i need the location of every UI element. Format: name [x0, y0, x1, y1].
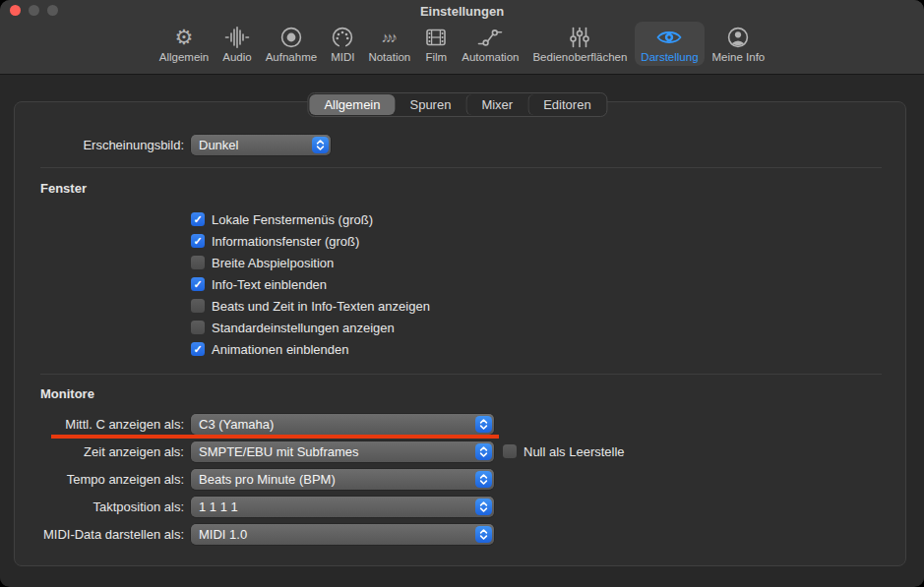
- window-title: Einstellungen: [0, 4, 924, 19]
- toolbar-item-audio[interactable]: Audio: [216, 22, 257, 66]
- up-down-chevrons-icon: [475, 499, 492, 515]
- checkbox-info-text-einblenden[interactable]: [191, 277, 205, 291]
- up-down-chevrons-icon: [475, 471, 492, 488]
- display-row-time: Zeit anzeigen als: SMPTE/EBU mit Subfram…: [15, 438, 905, 465]
- waveform-icon: [224, 25, 250, 50]
- tab-mixer[interactable]: Mixer: [465, 94, 527, 115]
- middle-c-dropdown[interactable]: C3 (Yamaha): [191, 414, 494, 435]
- checkbox-row: Lokale Fenstermenüs (groß): [191, 208, 430, 230]
- toolbar-item-automation[interactable]: Automation: [456, 22, 524, 66]
- preferences-toolbar: ⚙ Allgemein Audio: [0, 22, 924, 66]
- appearance-label: Erscheinungsbild:: [15, 138, 184, 152]
- faders-icon: [568, 25, 591, 50]
- time-display-dropdown[interactable]: SMPTE/EBU mit Subframes: [191, 441, 494, 462]
- checkbox-row: Informationsfenster (groß): [191, 230, 430, 252]
- monitore-rows: Mittl. C anzeigen als: C3 (Yamaha) Zeit …: [15, 410, 905, 548]
- display-row-middle-c: Mittl. C anzeigen als: C3 (Yamaha): [15, 410, 905, 438]
- tab-spuren[interactable]: Spuren: [395, 94, 465, 115]
- checkbox-beats-und-zeit[interactable]: [191, 299, 205, 313]
- bar-position-dropdown[interactable]: 1 1 1 1: [191, 497, 494, 517]
- toolbar-item-darstellung[interactable]: Darstellung: [635, 22, 704, 66]
- checkbox-row: Standardeinstellungen anzeigen: [191, 317, 430, 338]
- appearance-row: Erscheinungsbild: Dunkel: [15, 131, 905, 158]
- film-strip-icon: [424, 25, 448, 50]
- tab-allgemein[interactable]: Allgemein: [309, 94, 395, 115]
- automation-nodes-icon: [477, 25, 503, 50]
- tab-editoren[interactable]: Editoren: [527, 94, 605, 115]
- up-down-chevrons-icon: [312, 137, 329, 153]
- settings-panel: Erscheinungsbild: Dunkel Fenster Lokale …: [14, 101, 906, 566]
- fenster-checkbox-list: Lokale Fenstermenüs (groß) Informationsf…: [191, 208, 430, 360]
- settings-window: Einstellungen ⚙ Allgemein Audio: [0, 0, 924, 587]
- display-row-taktposition: Taktposition als: 1 1 1 1: [15, 493, 905, 520]
- toolbar-item-allgemein[interactable]: ⚙ Allgemein: [154, 22, 216, 66]
- toolbar-item-bedienoberflaechen[interactable]: Bedienoberflächen: [526, 22, 633, 66]
- checkbox-row: Breite Abspielposition: [191, 252, 430, 273]
- checkbox-row: Beats und Zeit in Info-Texten anzeigen: [191, 295, 430, 317]
- checkbox-standardeinstellungen[interactable]: [191, 321, 205, 334]
- midi-data-dropdown[interactable]: MIDI 1.0: [191, 524, 494, 545]
- tempo-display-dropdown[interactable]: Beats pro Minute (BPM): [191, 469, 494, 490]
- appearance-dropdown[interactable]: Dunkel: [191, 135, 331, 155]
- separator: [40, 374, 882, 375]
- view-tabs: Allgemein Spuren Mixer Editoren: [307, 92, 607, 117]
- up-down-chevrons-icon: [475, 443, 492, 460]
- separator: [40, 167, 882, 168]
- record-dot-icon: [279, 25, 303, 50]
- checkbox-row: Animationen einblenden: [191, 338, 430, 360]
- checkbox-informationsfenster[interactable]: [191, 234, 205, 248]
- null-als-leerstelle-group: Null als Leerstelle: [503, 444, 625, 459]
- user-circle-icon: [726, 25, 750, 50]
- music-notes-icon: ♪♪♪: [382, 25, 399, 50]
- display-row-midi-data: MIDI-Data darstellen als: MIDI 1.0: [15, 520, 905, 548]
- checkbox-breite-abspielposition[interactable]: [191, 256, 205, 269]
- section-title-monitore: Monitore: [40, 386, 94, 401]
- toolbar-item-film[interactable]: Film: [418, 22, 454, 66]
- toolbar-item-aufnahme[interactable]: Aufnahme: [260, 22, 323, 66]
- display-row-tempo: Tempo anzeigen als: Beats pro Minute (BP…: [15, 465, 905, 493]
- eye-icon: [655, 25, 683, 50]
- up-down-chevrons-icon: [475, 416, 492, 433]
- null-als-leerstelle-checkbox[interactable]: [503, 444, 517, 458]
- toolbar-item-midi[interactable]: MIDI: [325, 22, 360, 66]
- checkbox-animationen[interactable]: [191, 342, 205, 356]
- midi-din-icon: [331, 25, 354, 50]
- highlight-underline: [51, 435, 499, 439]
- toolbar-item-meine-info[interactable]: Meine Info: [707, 22, 771, 66]
- gear-icon: ⚙: [175, 25, 194, 50]
- up-down-chevrons-icon: [475, 526, 492, 543]
- toolbar-item-notation[interactable]: ♪♪♪ Notation: [362, 22, 416, 66]
- preferences-body: Allgemein Spuren Mixer Editoren Erschein…: [0, 75, 924, 586]
- checkbox-row: Info-Text einblenden: [191, 273, 430, 295]
- title-bar: Einstellungen ⚙ Allgemein Audio: [0, 0, 924, 75]
- checkbox-lokale-fenstermenues[interactable]: [191, 212, 205, 226]
- section-title-fenster: Fenster: [40, 181, 87, 196]
